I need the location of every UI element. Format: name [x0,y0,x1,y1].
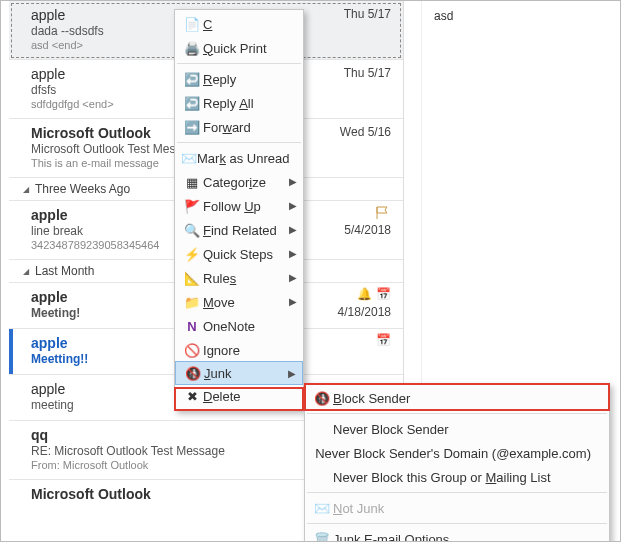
junk-submenu: 🚯 Block Sender Never Block Sender Never … [304,383,610,542]
submenu-arrow-icon: ▶ [289,200,297,211]
reply-icon: ↩️ [181,72,203,87]
ctx-never-block-group[interactable]: Never Block this Group or Mailing List [305,465,609,489]
forward-icon: ➡️ [181,120,203,135]
ctx-reply-all[interactable]: ↩️ Reply All [175,91,303,115]
print-icon: 🖨️ [181,41,203,56]
ctx-rules[interactable]: 📐 Rules ▶ [175,266,303,290]
ctx-ignore[interactable]: 🚫 Ignore [175,338,303,362]
reading-pane-body: asd [434,9,599,23]
ctx-never-block-sender[interactable]: Never Block Sender [305,417,609,441]
ctx-delete[interactable]: ✖ Delete [175,384,303,408]
ctx-never-block-domain[interactable]: Never Block Sender's Domain (@example.co… [305,441,609,465]
submenu-arrow-icon: ▶ [288,368,296,379]
message-date: Wed 5/16 [340,125,391,139]
search-icon: 🔍 [181,223,203,238]
ctx-onenote[interactable]: N OneNote [175,314,303,338]
ctx-copy[interactable]: 📄 C [175,12,303,36]
ctx-block-sender[interactable]: 🚯 Block Sender [305,386,609,410]
ignore-icon: 🚫 [181,343,203,358]
ctx-not-junk: ✉️ Not Junk [305,496,609,520]
rules-icon: 📐 [181,271,203,286]
calendar-icon: 📅 [376,333,391,347]
flag-icon: 🚩 [181,199,203,214]
ctx-move[interactable]: 📁 Move ▶ [175,290,303,314]
ctx-mark-unread[interactable]: ✉️ Mark as Unread [175,146,303,170]
reply-all-icon: ↩️ [181,96,203,111]
ctx-quick-print[interactable]: 🖨️ Quick Print [175,36,303,60]
ctx-find-related[interactable]: 🔍 Find Related ▶ [175,218,303,242]
message-date: Thu 5/17 [344,66,391,80]
block-sender-icon: 🚯 [311,391,333,406]
submenu-arrow-icon: ▶ [289,296,297,307]
ctx-junk[interactable]: 🚯 Junk ▶ [175,361,303,385]
copy-icon: 📄 [181,17,203,32]
not-junk-icon: ✉️ [311,501,333,516]
message-date: 5/4/2018 [344,223,391,237]
ctx-reply[interactable]: ↩️ Reply [175,67,303,91]
submenu-arrow-icon: ▶ [289,248,297,259]
reminder-icon: 🔔 [357,287,372,301]
flag-icon[interactable] [375,205,391,221]
junk-icon: 🚯 [182,366,204,381]
separator [177,63,301,64]
onenote-icon: N [181,319,203,334]
separator [307,523,607,524]
ctx-quick-steps[interactable]: ⚡ Quick Steps ▶ [175,242,303,266]
submenu-arrow-icon: ▶ [289,176,297,187]
categorize-icon: ▦ [181,175,203,190]
junk-options-icon: 🗑️ [311,532,333,543]
ctx-follow-up[interactable]: 🚩 Follow Up ▶ [175,194,303,218]
delete-icon: ✖ [181,389,203,404]
submenu-arrow-icon: ▶ [289,272,297,283]
submenu-arrow-icon: ▶ [289,224,297,235]
message-date: 4/18/2018 [338,305,391,319]
calendar-icon: 📅 [376,287,391,301]
separator [177,142,301,143]
envelope-icon: ✉️ [181,151,197,166]
ctx-forward[interactable]: ➡️ Forward [175,115,303,139]
quick-steps-icon: ⚡ [181,247,203,262]
message-date: Thu 5/17 [344,7,391,21]
context-menu: 📄 C 🖨️ Quick Print ↩️ Reply ↩️ Reply All… [174,9,304,411]
ctx-junk-options[interactable]: 🗑️ Junk E-mail Options... [305,527,609,542]
move-icon: 📁 [181,295,203,310]
separator [307,413,607,414]
ctx-categorize[interactable]: ▦ Categorize ▶ [175,170,303,194]
separator [307,492,607,493]
